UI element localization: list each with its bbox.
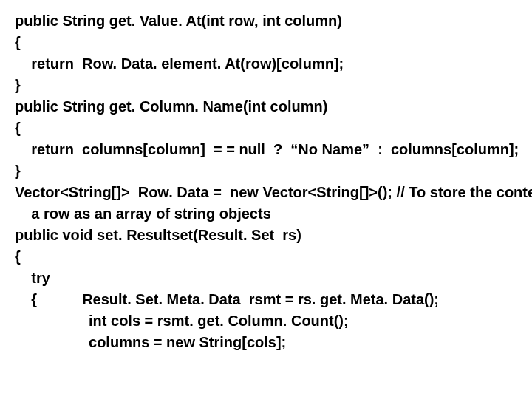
code-line: { — [15, 32, 517, 53]
code-line: } — [15, 75, 517, 96]
code-line: } — [15, 160, 517, 182]
code-line: int cols = rsmt. get. Column. Count(); — [15, 310, 517, 332]
code-line: return columns[column] = = null ? “No Na… — [15, 139, 517, 160]
code-line: try — [15, 267, 517, 289]
code-line: a row as an array of string objects — [15, 203, 517, 225]
code-line: public String get. Column. Name(int colu… — [15, 96, 517, 117]
code-line: return Row. Data. element. At(row)[colum… — [15, 53, 517, 75]
code-line: columns = new String[cols]; — [15, 332, 517, 353]
code-line: { — [15, 246, 517, 267]
code-line: { Result. Set. Meta. Data rsmt = rs. get… — [15, 289, 517, 310]
code-line: { — [15, 117, 517, 139]
code-line: public void set. Resultset(Result. Set r… — [15, 225, 517, 246]
code-line: Vector<String[]> Row. Data = new Vector<… — [15, 182, 517, 203]
code-slide: public String get. Value. At(int row, in… — [0, 0, 532, 353]
code-line: public String get. Value. At(int row, in… — [15, 10, 517, 32]
